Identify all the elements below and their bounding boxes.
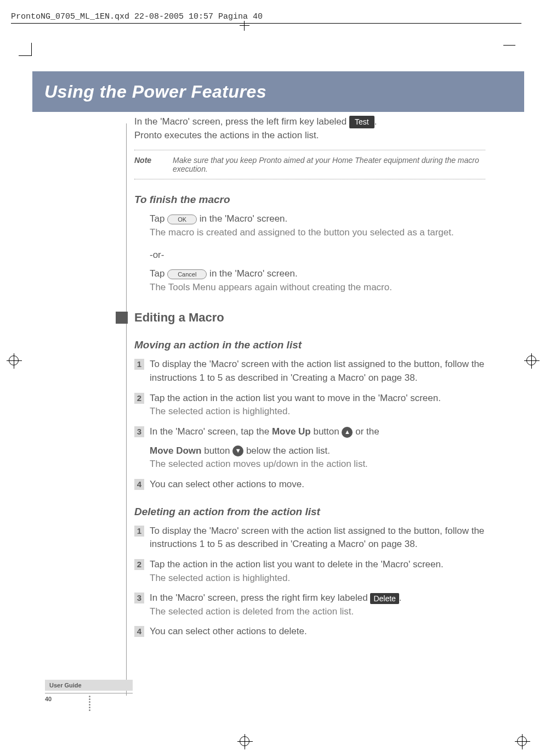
text: The selected action is highlighted. [150, 573, 290, 583]
deleting-step-4: 4 You can select other actions to delete… [134, 625, 485, 639]
crop-tick-tr [503, 45, 515, 46]
deleting-step-3: 3 In the 'Macro' screen, press the right… [134, 591, 485, 618]
intro-paragraph: In the 'Macro' screen, press the left fi… [134, 115, 485, 142]
footer: User Guide 40 [45, 680, 133, 711]
crop-corner-tl [19, 43, 32, 56]
step-number: 2 [134, 559, 144, 570]
heading-block-icon [116, 312, 128, 324]
register-right [526, 356, 536, 365]
text: In the 'Macro' screen, press the left fi… [134, 116, 349, 127]
page-number: 40 [45, 696, 52, 702]
move-down-label: Move Down [150, 445, 201, 456]
step-number: 2 [134, 393, 144, 404]
cancel-result: The Tools Menu appears again without cre… [150, 281, 485, 295]
text: . [374, 116, 377, 127]
crop-mark-top [240, 21, 249, 31]
moving-step-2: 2 Tap the action in the action list you … [134, 392, 485, 419]
text: in the 'Macro' screen. [197, 213, 287, 224]
step-number: 1 [134, 526, 144, 537]
test-chip: Test [349, 116, 374, 128]
deleting-step-2: 2 Tap the action in the action list you … [134, 558, 485, 585]
or-text: -or- [150, 249, 485, 262]
dot-icon [89, 696, 90, 697]
text: in the 'Macro' screen. [207, 268, 297, 279]
text: . [399, 593, 402, 603]
crop-mark-bottom [240, 736, 249, 746]
text: In the 'Macro' screen, tap the [150, 426, 272, 437]
text: or the [353, 426, 379, 437]
up-arrow-icon: ▲ [342, 427, 353, 438]
main-content: In the 'Macro' screen, press the left fi… [134, 115, 485, 645]
moving-heading: Moving an action in the action list [134, 339, 485, 351]
text: In the 'Macro' screen, press the right f… [150, 593, 370, 603]
step-text: To display the 'Macro' screen with the a… [150, 524, 485, 551]
dot-icon [89, 709, 90, 711]
text: The selected action is deleted from the … [150, 606, 354, 617]
step-text: You can select other actions to move. [150, 478, 485, 492]
user-guide-label: User Guide [45, 680, 133, 691]
finish-ok-step: Tap OK in the 'Macro' screen. [150, 212, 485, 226]
section-title: Using the Power Features [44, 82, 266, 102]
ok-result: The macro is created and assigned to the… [150, 226, 485, 240]
step-number: 1 [134, 359, 144, 370]
finish-cancel-step: Tap Cancel in the 'Macro' screen. [150, 267, 485, 281]
divider [134, 150, 485, 150]
dot-icon [89, 698, 90, 700]
text: button [311, 426, 342, 437]
step-text: To display the 'Macro' screen with the a… [150, 358, 485, 385]
dot-column [45, 696, 133, 711]
text: Tap the action in the action list you wa… [150, 393, 441, 403]
finish-heading: To finish the macro [134, 194, 485, 206]
moving-step-3: 3 In the 'Macro' screen, tap the Move Up… [134, 425, 485, 471]
deleting-heading: Deleting an action from the action list [134, 506, 485, 518]
dot-icon [89, 707, 90, 708]
dot-icon [89, 701, 90, 703]
divider [134, 179, 485, 179]
down-arrow-icon: ▼ [232, 445, 243, 456]
register-br [517, 736, 527, 746]
step-text: You can select other actions to delete. [150, 625, 485, 639]
note-body: Make sure that you keep Pronto aimed at … [173, 156, 485, 173]
section-banner: Using the Power Features [32, 71, 524, 112]
editing-heading: Editing a Macro [134, 311, 224, 325]
source-header: ProntoNG_0705_ML_1EN.qxd 22-08-2005 10:5… [11, 12, 263, 21]
content-divider [126, 123, 127, 696]
moving-step-4: 4 You can select other actions to move. [134, 478, 485, 492]
deleting-step-1: 1 To display the 'Macro' screen with the… [134, 524, 485, 551]
step-number: 4 [134, 479, 144, 490]
register-left [9, 356, 19, 365]
dot-icon [89, 704, 90, 706]
note: Note Make sure that you keep Pronto aime… [134, 156, 485, 173]
text: button [201, 445, 232, 456]
text: The selected action is highlighted. [150, 406, 290, 416]
step-text: Tap the action in the action list you wa… [150, 392, 485, 419]
step-number: 3 [134, 426, 144, 437]
moving-step-1: 1 To display the 'Macro' screen with the… [134, 358, 485, 385]
step-text: In the 'Macro' screen, tap the Move Up b… [150, 425, 485, 471]
top-rule [11, 23, 521, 24]
step-number: 3 [134, 593, 144, 603]
editing-heading-wrap: Editing a Macro [116, 311, 485, 325]
text: The selected action moves up/down in the… [150, 459, 368, 469]
footer-rule [45, 693, 133, 693]
text: Tap the action in the action list you wa… [150, 559, 444, 569]
step-number: 4 [134, 626, 144, 637]
note-label: Note [134, 156, 173, 173]
text: Pronto executes the actions in the actio… [134, 130, 319, 140]
text: Tap [150, 213, 167, 224]
text: below the action list. [243, 445, 330, 456]
step-text: Tap the action in the action list you wa… [150, 558, 485, 585]
step-text: In the 'Macro' screen, press the right f… [150, 591, 485, 618]
delete-chip: Delete [370, 593, 399, 604]
ok-button-graphic: OK [167, 215, 197, 224]
cancel-button-graphic: Cancel [167, 269, 207, 279]
move-up-label: Move Up [272, 426, 311, 437]
text: Tap [150, 268, 167, 279]
